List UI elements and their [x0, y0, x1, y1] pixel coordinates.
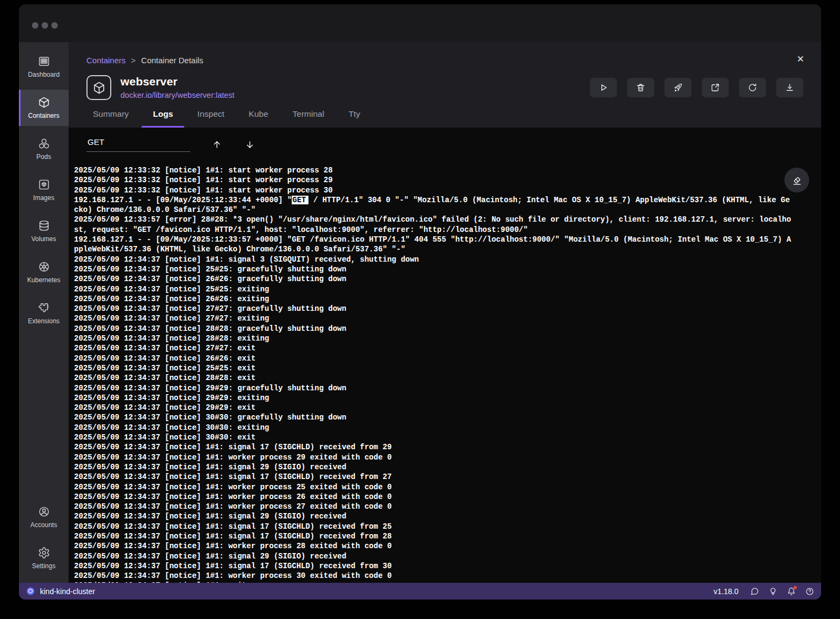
- open-browser-button[interactable]: [702, 78, 729, 97]
- lightbulb-icon: [769, 587, 777, 596]
- tips-button[interactable]: [769, 587, 777, 596]
- sidebar-item-dashboard[interactable]: Dashboard: [19, 49, 69, 85]
- tab-inspect[interactable]: Inspect: [197, 109, 224, 128]
- log-line: 192.168.127.1 - - [09/May/2025:12:33:57 …: [74, 235, 791, 255]
- open-browser-icon: [710, 83, 720, 92]
- log-line: 2025/05/09 12:34:37 [notice] 29#29: exit…: [74, 393, 791, 403]
- log-line: 2025/05/09 12:34:37 [notice] 26#26: grac…: [74, 274, 791, 284]
- tab-kube[interactable]: Kube: [248, 109, 268, 128]
- eraser-icon: [791, 175, 803, 186]
- container-details-panel: Containers > Container Details ✕: [69, 42, 821, 583]
- log-line: 2025/05/09 12:34:37 [notice] 1#1: worker…: [74, 452, 791, 462]
- traffic-lights: [19, 4, 821, 29]
- window-close-button[interactable]: [32, 22, 38, 29]
- sidebar-item-label: Accounts: [30, 522, 57, 529]
- log-line: 2025/05/09 12:34:37 [notice] 1#1: signal…: [74, 442, 791, 452]
- breadcrumb-current: Container Details: [141, 55, 203, 66]
- window-zoom-button[interactable]: [51, 22, 58, 29]
- tab-tty[interactable]: Tty: [348, 109, 360, 128]
- sidebar-item-label: Volumes: [31, 236, 56, 243]
- window-minimize-button[interactable]: [42, 22, 48, 29]
- log-toolbar: [69, 128, 821, 161]
- log-line: 2025/05/09 12:34:37 [notice] 1#1: worker…: [74, 502, 791, 511]
- rocket-icon: [673, 83, 683, 92]
- log-line: 2025/05/09 12:34:37 [notice] 28#28: exit: [74, 373, 791, 383]
- sidebar-item-kubernetes[interactable]: Kubernetes: [19, 254, 69, 290]
- sidebar-top-group: Dashboard Containers: [19, 49, 69, 336]
- log-line: 2025/05/09 12:34:37 [notice] 1#1: worker…: [74, 541, 791, 551]
- log-line: 2025/05/09 12:34:37 [notice] 30#30: grac…: [74, 412, 791, 422]
- log-line: 2025/05/09 12:34:37 [notice] 26#26: exit…: [74, 294, 791, 304]
- log-line: 2025/05/09 12:33:32 [notice] 1#1: start …: [74, 185, 791, 195]
- containers-icon: [38, 96, 50, 109]
- log-line: 2025/05/09 12:34:37 [notice] 1#1: signal…: [74, 255, 791, 264]
- statusbar: kind-kind-cluster v1.18.0: [19, 583, 821, 600]
- tab-summary[interactable]: Summary: [93, 109, 129, 128]
- sidebar-item-extensions[interactable]: Extensions: [19, 295, 69, 331]
- log-line: 2025/05/09 12:34:37 [notice] 29#29: exit: [74, 403, 791, 412]
- deploy-to-kubernetes-button[interactable]: [664, 78, 691, 97]
- start-container-button[interactable]: [590, 78, 617, 97]
- sidebar-item-label: Images: [33, 195, 54, 202]
- sidebar-item-pods[interactable]: Pods: [19, 131, 69, 167]
- log-search-input[interactable]: [86, 137, 190, 152]
- log-line: 2025/05/09 12:34:37 [notice] 1#1: signal…: [74, 531, 791, 541]
- tab-logs[interactable]: Logs: [153, 109, 173, 128]
- sidebar-item-settings[interactable]: Settings: [19, 540, 69, 576]
- sidebar-item-label: Pods: [36, 154, 51, 161]
- log-line: 2025/05/09 12:34:37 [notice] 30#30: exit: [74, 432, 791, 442]
- log-line: 2025/05/09 12:34:37 [notice] 30#30: exit…: [74, 423, 791, 432]
- clear-logs-button[interactable]: [784, 168, 809, 192]
- log-line: 2025/05/09 12:34:37 [notice] 1#1: signal…: [74, 522, 791, 531]
- log-line: 2025/05/09 12:34:37 [notice] 27#27: grac…: [74, 304, 791, 314]
- images-icon: [38, 178, 50, 191]
- sidebar-item-images[interactable]: Images: [19, 172, 69, 208]
- tab-terminal[interactable]: Terminal: [293, 109, 325, 128]
- log-line: 2025/05/09 12:34:37 [notice] 25#25: exit: [74, 363, 791, 373]
- titlebar: [19, 4, 821, 42]
- search-prev-match-button[interactable]: [211, 138, 223, 151]
- log-line: 2025/05/09 12:34:37 [notice] 1#1: worker…: [74, 492, 791, 502]
- export-icon: [785, 83, 795, 92]
- kubernetes-icon: [38, 261, 50, 273]
- log-scroll-area[interactable]: 2025/05/09 12:33:32 [notice] 1#1: start …: [69, 161, 821, 583]
- log-line: 2025/05/09 12:33:32 [notice] 1#1: start …: [74, 175, 791, 185]
- breadcrumb-containers-link[interactable]: Containers: [86, 55, 126, 66]
- sidebar-item-volumes[interactable]: Volumes: [19, 213, 69, 249]
- pods-icon: [38, 137, 50, 150]
- cluster-name: kind-kind-cluster: [40, 587, 95, 596]
- export-container-button[interactable]: [776, 78, 803, 97]
- delete-container-button[interactable]: [627, 78, 654, 97]
- details-tabs: Summary Logs Inspect Kube Terminal Tty: [86, 109, 803, 128]
- sidebar-item-containers[interactable]: Containers: [19, 90, 69, 126]
- log-line: 2025/05/09 12:34:37 [notice] 1#1: signal…: [74, 462, 791, 472]
- log-line: 2025/05/09 12:34:37 [notice] 1#1: worker…: [74, 482, 791, 492]
- kube-context-button[interactable]: kind-kind-cluster: [26, 587, 95, 596]
- container-cube-icon: [86, 75, 111, 100]
- restart-container-button[interactable]: [739, 78, 766, 97]
- arrow-up-icon: [212, 139, 222, 150]
- sidebar-item-label: Kubernetes: [27, 277, 60, 284]
- log-line: 2025/05/09 12:34:37 [notice] 1#1: signal…: [74, 511, 791, 521]
- details-header: Containers > Container Details ✕: [69, 42, 821, 128]
- sidebar-item-label: Extensions: [28, 318, 60, 325]
- trash-icon: [636, 83, 646, 92]
- container-image-link[interactable]: docker.io/library/webserver:latest: [120, 91, 234, 99]
- chat-icon: [750, 587, 759, 596]
- help-button[interactable]: [805, 587, 814, 596]
- log-line: 2025/05/09 12:34:37 [notice] 29#29: grac…: [74, 383, 791, 393]
- sidebar-item-accounts[interactable]: Accounts: [19, 499, 69, 535]
- app-window: Dashboard Containers: [19, 4, 821, 600]
- help-icon: [805, 587, 814, 596]
- arrow-down-icon: [245, 139, 255, 150]
- sidebar-bottom-group: Accounts Settings: [19, 499, 69, 576]
- close-details-button[interactable]: ✕: [797, 54, 804, 65]
- play-icon: [599, 83, 608, 92]
- sidebar-item-label: Settings: [32, 563, 55, 570]
- log-line: 192.168.127.1 - - [09/May/2025:12:33:44 …: [74, 195, 791, 215]
- feedback-button[interactable]: [750, 587, 759, 596]
- log-line: 2025/05/09 12:34:37 [notice] 26#26: exit: [74, 354, 791, 363]
- notifications-button[interactable]: [787, 587, 796, 596]
- extensions-icon: [38, 302, 50, 314]
- search-next-match-button[interactable]: [244, 138, 256, 151]
